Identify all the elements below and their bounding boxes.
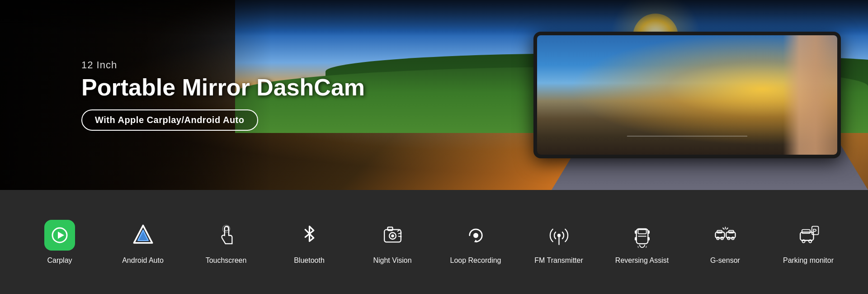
svg-point-11 [391, 234, 394, 237]
svg-line-35 [723, 228, 724, 229]
svg-rect-24 [635, 237, 637, 240]
parking-monitor-icon: P [793, 219, 824, 251]
carplay-icon [44, 220, 75, 251]
loop-recording-svg [463, 223, 488, 248]
feature-fm-transmitter: FM Transmitter [517, 219, 600, 265]
android-auto-svg [131, 223, 156, 248]
fm-transmitter-icon [543, 219, 575, 251]
svg-line-14 [398, 236, 401, 237]
parking-monitor-label: Parking monitor [783, 256, 834, 265]
hero-subtitle: 12 Inch [81, 59, 365, 71]
features-bar: Carplay Android Auto Touc [0, 190, 868, 294]
svg-marker-15 [474, 239, 477, 242]
bluetooth-icon [293, 219, 325, 251]
fm-transmitter-svg [547, 223, 571, 248]
bluetooth-label: Bluetooth [294, 256, 325, 265]
svg-rect-21 [638, 229, 646, 233]
hero-overlay-top [0, 0, 868, 36]
feature-g-sensor: G-sensor [684, 219, 767, 265]
mirror-outer [533, 32, 841, 158]
svg-line-36 [726, 228, 728, 229]
feature-night-vision: Night Vision [351, 219, 434, 265]
feature-loop-recording: Loop Recording [434, 219, 517, 265]
svg-point-16 [473, 233, 478, 238]
carplay-svg [50, 226, 69, 245]
hero-title: Portable Mirror DashCam [81, 75, 365, 100]
reversing-assist-label: Reversing Assist [615, 256, 669, 265]
svg-text:P: P [812, 228, 816, 234]
loop-recording-label: Loop Recording [450, 256, 501, 265]
hero-badge: With Apple Carplay/Android Auto [81, 109, 258, 131]
night-vision-icon [377, 219, 408, 251]
parking-monitor-svg: P [796, 223, 821, 248]
night-vision-label: Night Vision [373, 256, 411, 265]
touchscreen-icon [210, 219, 242, 251]
svg-rect-23 [647, 230, 650, 233]
feature-android-auto: Android Auto [101, 219, 184, 265]
feature-parking-monitor: P Parking monitor [767, 219, 850, 265]
loop-recording-icon [460, 219, 491, 251]
reversing-assist-icon [626, 219, 658, 251]
feature-reversing-assist: Reversing Assist [600, 219, 684, 265]
g-sensor-label: G-sensor [710, 256, 740, 265]
android-auto-label: Android Auto [122, 256, 164, 265]
bluetooth-svg [297, 223, 322, 248]
svg-marker-1 [58, 232, 64, 239]
reversing-assist-svg [630, 223, 655, 248]
feature-touchscreen: Touchscreen [184, 219, 268, 265]
touchscreen-svg [214, 223, 239, 248]
svg-rect-38 [802, 229, 810, 233]
svg-rect-22 [635, 230, 637, 233]
feature-carplay: Carplay [18, 219, 101, 265]
carplay-icon-container [44, 219, 75, 251]
carplay-label: Carplay [47, 256, 72, 265]
android-auto-icon [127, 219, 159, 251]
svg-rect-25 [647, 237, 650, 240]
hero-text: 12 Inch Portable Mirror DashCam With App… [81, 59, 365, 131]
g-sensor-svg [713, 223, 738, 248]
feature-bluetooth: Bluetooth [268, 219, 351, 265]
mirror-device [533, 32, 841, 158]
night-vision-svg [380, 223, 405, 248]
hand-holding [783, 35, 837, 155]
g-sensor-icon [709, 219, 741, 251]
touchscreen-label: Touchscreen [206, 256, 247, 265]
hero-section: 12 Inch Portable Mirror DashCam With App… [0, 0, 868, 190]
svg-rect-9 [387, 227, 392, 230]
fm-transmitter-label: FM Transmitter [534, 256, 583, 265]
